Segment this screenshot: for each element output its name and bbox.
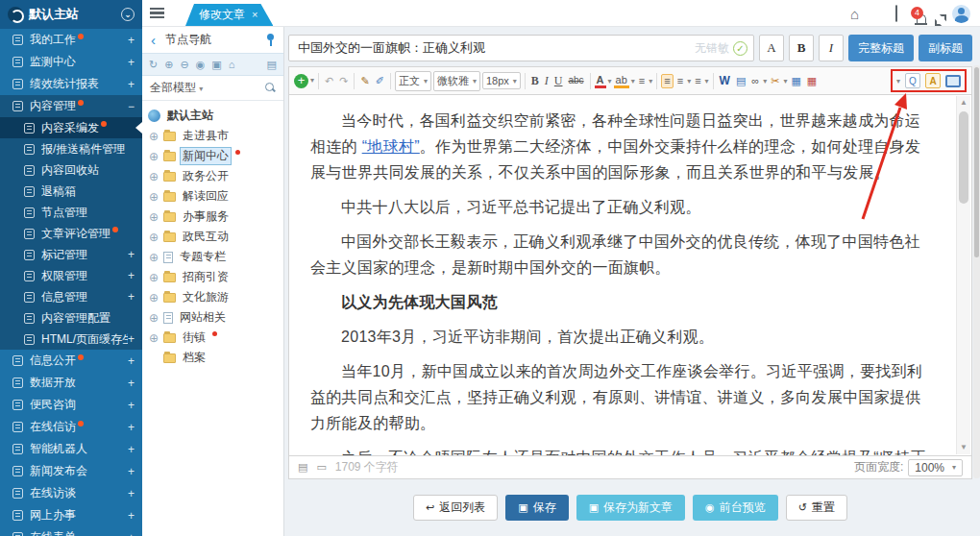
model-filter-dropdown[interactable]: 全部模型 ▾ (150, 80, 203, 96)
sidebar-menu-item[interactable]: HTML/页面缓存生成 + (0, 329, 142, 350)
word-count-icon[interactable]: ▤ (298, 461, 307, 474)
save-button[interactable]: ▣保存 (505, 495, 568, 521)
sidebar-menu-item[interactable]: 我的工作 + (0, 29, 142, 51)
redo-icon[interactable]: ↷ (337, 75, 350, 87)
expand-toggle-icon[interactable]: + (128, 421, 135, 434)
layout-table-icon[interactable]: ▦ (805, 75, 819, 87)
sidebar-menu-item[interactable]: 标记管理 + (0, 244, 142, 265)
table-icon[interactable]: ▦ (789, 75, 802, 87)
title-bold-button[interactable]: B (789, 35, 814, 61)
tree-item[interactable]: ⊕ 政务公开 (148, 166, 280, 186)
underline-button[interactable]: U (552, 74, 565, 87)
scroll-down-icon[interactable]: ▼ (957, 441, 970, 454)
article-title-input[interactable] (288, 35, 754, 61)
sidebar-menu-item[interactable]: 在线访谈 + (0, 482, 142, 504)
tree-item[interactable]: ⊕ 新闻中心 (148, 146, 280, 166)
tree-expand-icon[interactable]: ⊕ (148, 171, 159, 183)
ordered-list-dropdown[interactable]: ≡ (675, 75, 685, 87)
tree-expand-icon[interactable]: ⊕ (148, 191, 159, 203)
search-icon[interactable] (265, 83, 276, 93)
title-color-button[interactable]: A (759, 35, 784, 61)
sidebar-menu-item[interactable]: 退稿箱 (0, 181, 142, 202)
expand-toggle-icon[interactable]: + (128, 487, 135, 500)
panel-layout-icon[interactable]: ▤ (267, 59, 277, 71)
tree-item[interactable]: ⊕ 街镇 (148, 328, 280, 348)
sidebar-menu-item[interactable]: 在线表单 + (0, 526, 142, 536)
sidebar-menu-item[interactable]: 在线信访 + (0, 416, 142, 438)
sidebar-menu-item[interactable]: 权限管理 + (0, 265, 142, 286)
error-check-icon[interactable]: Q (905, 73, 920, 88)
editor-content[interactable]: 当今时代，各国利益交织空前紧密，各种全球性问题日益突出，世界越来越成为命运相连的… (288, 95, 972, 456)
fullpage-preview-icon[interactable] (945, 75, 961, 87)
sidebar-menu-item[interactable]: 内容回收站 (0, 159, 142, 181)
tree-expand-icon[interactable]: ⊕ (148, 332, 159, 344)
more-caret-icon[interactable]: ▾ (896, 76, 900, 86)
tree-item[interactable]: ⊕ 网站相关 (148, 307, 280, 328)
tree-item[interactable]: ⊕ 招商引资 (148, 267, 280, 287)
scrollbar-thumb[interactable] (959, 111, 968, 204)
expand-toggle-icon[interactable]: + (128, 332, 135, 346)
tree-item[interactable]: ⊕ 走进县市 (148, 126, 280, 146)
link-icon[interactable]: ∞ (749, 75, 761, 87)
sidebar-menu-item[interactable]: 信息公开 + (0, 350, 142, 372)
back-to-list-button[interactable]: ↩返回列表 (413, 495, 498, 521)
tree-expand-icon[interactable]: ⊕ (148, 151, 159, 162)
expand-toggle-icon[interactable]: + (128, 290, 135, 304)
format-painter-icon[interactable]: ✎ (358, 75, 371, 87)
expand-toggle-icon[interactable]: + (128, 248, 135, 261)
line-height-button[interactable]: ≡ (661, 74, 673, 88)
tree-expand-icon[interactable]: ⊕ (148, 272, 159, 283)
italic-button[interactable]: I (543, 74, 551, 87)
tree-item[interactable]: ⊕ 专题专栏 (148, 247, 280, 267)
format-clean-icon[interactable]: ✂ (769, 75, 781, 87)
sidebar-menu-item[interactable]: 信息管理 + (0, 286, 142, 307)
tree-item[interactable]: ⊕ 档案 (148, 348, 280, 368)
expand-toggle-icon[interactable]: + (128, 78, 135, 91)
tree-expand-icon[interactable]: ⊕ (148, 252, 159, 263)
sidebar-menu-item[interactable]: 网上办事 + (0, 504, 142, 526)
sidebar-menu-item[interactable]: 智能机器人 + (0, 438, 142, 460)
expand-toggle-icon[interactable]: + (128, 531, 135, 536)
node-home-icon[interactable]: ⌂ (229, 59, 235, 70)
font-family-dropdown[interactable]: 微软雅▾ (433, 71, 480, 91)
page-width-select[interactable]: 100%▾ (908, 459, 963, 476)
tree-expand-icon[interactable]: ⊕ (148, 131, 159, 142)
eraser-icon[interactable]: ✐ (374, 75, 386, 87)
tree-item[interactable]: ⊕ 解读回应 (148, 186, 280, 207)
sidebar-menu-item[interactable]: 内容管理配置 (0, 307, 142, 329)
doc-edit-icon[interactable]: ▤ (734, 75, 747, 87)
sidebar-menu-item[interactable]: 文章评论管理 (0, 223, 142, 244)
back-chevron-icon[interactable]: ‹ (151, 33, 156, 47)
subtitle-button[interactable]: 副标题 (919, 35, 972, 61)
tab-close-icon[interactable]: × (252, 9, 257, 20)
tree-item[interactable]: ⊕ 政民互动 (148, 227, 280, 247)
expand-all-icon[interactable]: ⊕ (164, 59, 173, 71)
insert-icon[interactable]: + (294, 74, 308, 88)
expand-toggle-icon[interactable]: + (128, 443, 135, 456)
tree-item[interactable]: ⊕ 文化旅游 (148, 287, 280, 307)
news-doc-icon[interactable] (895, 5, 897, 22)
save-as-new-button[interactable]: ▣保存为新文章 (576, 495, 685, 521)
tree-expand-icon[interactable]: ⊕ (148, 211, 159, 223)
content-scrollbar[interactable]: ▲ ▼ (956, 96, 970, 454)
insert-caret-icon[interactable]: ▾ (310, 76, 314, 85)
sidebar-menu-item[interactable]: 内容管理 − (0, 95, 142, 117)
sidebar-menu-item[interactable]: 新闻发布会 + (0, 460, 142, 482)
expand-toggle-icon[interactable]: + (128, 269, 135, 282)
align-dropdown[interactable]: ≡ (637, 75, 647, 87)
sidebar-collapse-icon[interactable]: ⌄ (121, 8, 135, 21)
preview-button[interactable]: ◉前台预览 (693, 495, 778, 521)
strikethrough-button[interactable]: abc (566, 75, 585, 86)
expand-toggle-icon[interactable]: − (128, 100, 135, 113)
expand-toggle-icon[interactable]: + (128, 34, 135, 47)
highlight-color-button[interactable]: ab (614, 74, 629, 88)
sidebar-menu-item[interactable]: 便民咨询 + (0, 394, 142, 416)
sidebar-menu-item[interactable]: 节点管理 (0, 202, 142, 223)
tree-item[interactable]: ⊕ 办事服务 (148, 207, 280, 227)
sidebar-menu-item[interactable]: 内容采编发 (0, 117, 142, 138)
paragraph-format-dropdown[interactable]: 正文▾ (395, 71, 431, 91)
site-globe-icon[interactable]: ◉ (196, 59, 206, 71)
expand-toggle-icon[interactable]: + (128, 399, 135, 412)
scrollbar-thumb[interactable] (974, 67, 979, 257)
tree-expand-icon[interactable]: ⊕ (148, 312, 159, 324)
